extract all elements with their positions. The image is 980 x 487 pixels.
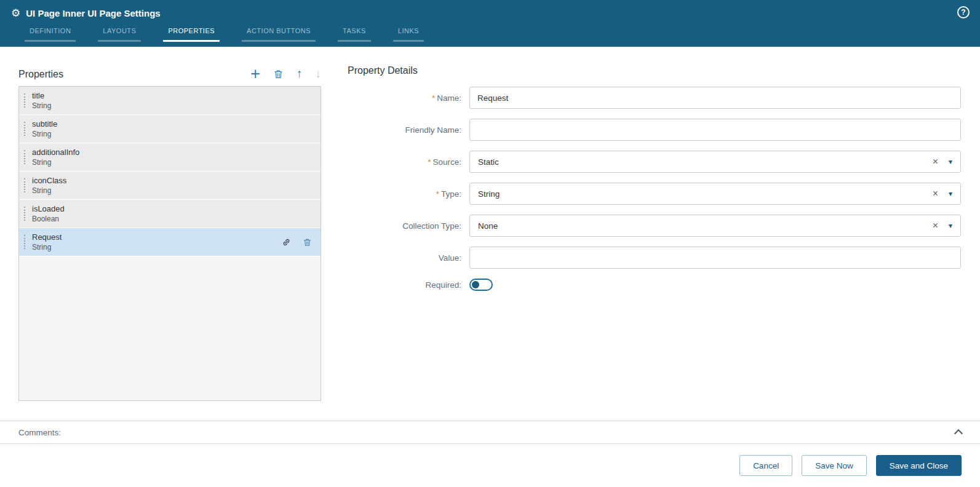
properties-toolbar: + ↑ ↓ <box>250 68 321 80</box>
collection-type-select[interactable]: None × ▾ <box>469 215 961 237</box>
toggle-knob <box>472 281 479 288</box>
move-up-button[interactable]: ↑ <box>297 68 303 80</box>
tab-links[interactable]: LINKS <box>393 26 424 42</box>
property-list-item-additionalinfo[interactable]: additionalInfo String <box>19 143 321 172</box>
required-asterisk: * <box>428 157 431 167</box>
page-title: UI Page Inner UI Page Settings <box>26 8 160 18</box>
tab-tasks[interactable]: TASKS <box>338 26 371 42</box>
save-now-button[interactable]: Save Now <box>802 455 867 476</box>
type-selected-value: String <box>478 189 500 199</box>
property-list-item-iconclass[interactable]: iconClass String <box>19 172 321 200</box>
property-list-item-isloaded[interactable]: isLoaded Boolean <box>19 200 321 228</box>
form-row-collection-type: Collection Type: None × ▾ <box>348 215 961 237</box>
tab-properties[interactable]: PROPERTIES <box>163 26 220 42</box>
value-label: Value: <box>348 253 469 263</box>
name-label: *Name: <box>348 93 469 103</box>
save-and-close-button[interactable]: Save and Close <box>876 455 962 476</box>
property-list-item-request[interactable]: Request String <box>19 228 321 256</box>
select-controls: × ▾ <box>933 157 952 167</box>
properties-panel-title: Properties <box>18 69 63 80</box>
property-list-item-title[interactable]: title String <box>19 87 321 115</box>
drag-handle-icon[interactable] <box>24 178 26 192</box>
source-label: *Source: <box>348 157 469 167</box>
property-name: iconClass <box>32 176 66 185</box>
property-list: title String subtitle String additionalI… <box>18 86 321 401</box>
form-row-name: *Name: <box>348 87 961 109</box>
property-name: subtitle <box>32 119 57 129</box>
collection-type-selected-value: None <box>478 221 498 231</box>
friendly-name-field[interactable] <box>469 119 961 141</box>
move-down-button[interactable]: ↓ <box>316 68 322 80</box>
tab-action-buttons[interactable]: ACTION BUTTONS <box>242 26 316 42</box>
gear-icon: ⚙ <box>11 8 20 18</box>
add-property-button[interactable]: + <box>250 68 260 80</box>
property-type: String <box>32 243 62 251</box>
chevron-down-icon[interactable]: ▾ <box>949 158 952 165</box>
value-field[interactable] <box>469 247 961 269</box>
form-row-value: Value: <box>348 247 961 269</box>
property-type: String <box>32 101 51 110</box>
select-controls: × ▾ <box>933 189 952 199</box>
property-name: additionalInfo <box>32 148 79 157</box>
comments-section: Comments: <box>0 421 980 444</box>
form-row-source: *Source: Static × ▾ <box>348 151 961 173</box>
required-label: Required: <box>348 280 469 290</box>
name-field[interactable] <box>469 87 961 109</box>
source-select[interactable]: Static × ▾ <box>469 151 961 173</box>
drag-handle-icon[interactable] <box>24 93 26 108</box>
header: ⚙ UI Page Inner UI Page Settings ? DEFIN… <box>0 0 980 47</box>
tab-definition[interactable]: DEFINITION <box>25 26 76 42</box>
property-texts: isLoaded Boolean <box>32 204 65 223</box>
property-name: title <box>32 91 51 100</box>
form-row-friendly-name: Friendly Name: <box>348 119 961 141</box>
property-texts: Request String <box>32 232 62 251</box>
property-texts: subtitle String <box>32 119 57 138</box>
drag-handle-icon[interactable] <box>24 150 26 164</box>
link-icon[interactable] <box>282 237 291 247</box>
property-type: String <box>32 130 57 138</box>
trash-icon[interactable] <box>303 237 312 247</box>
clear-icon[interactable]: × <box>933 221 938 231</box>
type-label: *Type: <box>348 189 469 199</box>
comments-label: Comments: <box>18 428 61 437</box>
type-select[interactable]: String × ▾ <box>469 183 961 205</box>
clear-icon[interactable]: × <box>933 189 938 199</box>
friendly-name-label: Friendly Name: <box>348 125 469 135</box>
help-icon[interactable]: ? <box>957 6 970 18</box>
trash-icon <box>273 69 284 79</box>
property-name: Request <box>32 232 62 242</box>
row-actions <box>282 237 312 247</box>
property-type: String <box>32 158 79 167</box>
required-asterisk: * <box>432 93 435 103</box>
title-bar: ⚙ UI Page Inner UI Page Settings ? <box>0 0 980 26</box>
property-texts: iconClass String <box>32 176 66 195</box>
property-texts: title String <box>32 91 51 110</box>
drag-handle-icon[interactable] <box>24 207 26 221</box>
property-type: Boolean <box>32 215 65 223</box>
property-name: isLoaded <box>32 204 65 213</box>
clear-icon[interactable]: × <box>933 157 938 167</box>
property-texts: additionalInfo String <box>32 148 79 167</box>
property-details-title: Property Details <box>348 65 961 76</box>
arrow-down-icon: ↓ <box>316 68 322 80</box>
drag-handle-icon[interactable] <box>24 235 26 249</box>
chevron-down-icon[interactable]: ▾ <box>949 222 952 229</box>
chevron-up-icon[interactable] <box>954 429 963 438</box>
property-details-panel: Property Details *Name: Friendly Name: *… <box>348 65 961 301</box>
delete-property-button[interactable] <box>273 69 284 79</box>
select-controls: × ▾ <box>933 221 952 231</box>
drag-handle-icon[interactable] <box>24 122 26 136</box>
required-toggle[interactable] <box>469 279 493 291</box>
cancel-button[interactable]: Cancel <box>739 455 792 476</box>
properties-panel: Properties + ↑ ↓ <box>18 65 321 401</box>
property-type: String <box>32 186 66 195</box>
chevron-down-icon[interactable]: ▾ <box>949 190 952 197</box>
collection-type-label: Collection Type: <box>348 221 469 231</box>
tab-layouts[interactable]: LAYOUTS <box>98 26 141 42</box>
source-selected-value: Static <box>478 157 499 167</box>
form-row-type: *Type: String × ▾ <box>348 183 961 205</box>
properties-panel-header: Properties + ↑ ↓ <box>18 65 321 80</box>
property-list-item-subtitle[interactable]: subtitle String <box>19 115 321 143</box>
footer: Cancel Save Now Save and Close <box>0 444 980 487</box>
required-asterisk: * <box>436 189 439 199</box>
